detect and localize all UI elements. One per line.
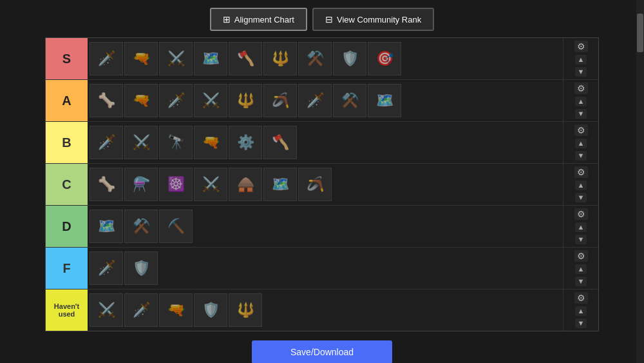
item-slot-C-4[interactable]: 🛖 [229, 168, 262, 201]
item-slot-C-6[interactable]: 🪃 [298, 168, 332, 201]
up-button-C[interactable]: ▲ [575, 181, 587, 190]
weapon-icon-haventused-2: 🔫 [162, 296, 190, 324]
tier-label-S: S [46, 38, 88, 79]
item-slot-A-6[interactable]: 🗡️ [298, 84, 332, 117]
weapon-icon-haventused-4: 🔱 [231, 296, 260, 324]
item-slot-haventused-4[interactable]: 🔱 [229, 293, 262, 327]
community-rank-button[interactable]: ⊟ View Community Rank [312, 8, 434, 31]
item-slot-S-6[interactable]: ⚒️ [298, 42, 332, 75]
item-slot-B-0[interactable]: 🗡️ [90, 126, 123, 159]
weapon-icon-B-4: ⚙️ [231, 128, 260, 157]
item-slot-D-0[interactable]: 🗺️ [90, 210, 123, 243]
up-button-haventused[interactable]: ▲ [575, 306, 587, 316]
gear-button-C[interactable]: ⚙ [574, 166, 588, 178]
item-slot-A-0[interactable]: 🦴 [90, 84, 123, 117]
tier-label-haventused: Haven't used [46, 289, 88, 331]
scrollbar[interactable] [636, 0, 644, 363]
weapon-icon-S-1: 🔫 [127, 44, 155, 73]
weapon-icon-B-0: 🗡️ [92, 128, 120, 157]
item-slot-D-1[interactable]: ⚒️ [124, 210, 158, 243]
item-slot-A-4[interactable]: 🔱 [229, 84, 262, 117]
weapon-icon-D-2: ⛏️ [162, 212, 190, 240]
item-slot-S-3[interactable]: 🗺️ [194, 42, 227, 75]
item-slot-S-2[interactable]: ⚔️ [159, 42, 193, 75]
item-slot-A-3[interactable]: ⚔️ [194, 84, 227, 117]
gear-button-A[interactable]: ⚙ [574, 83, 588, 94]
item-slot-A-1[interactable]: 🔫 [124, 84, 158, 117]
item-slot-haventused-2[interactable]: 🔫 [159, 293, 193, 327]
item-slot-F-0[interactable]: 🗡️ [90, 251, 123, 285]
up-button-D[interactable]: ▲ [575, 222, 587, 232]
down-button-haventused[interactable]: ▼ [575, 319, 587, 328]
gear-button-B[interactable]: ⚙ [574, 124, 588, 136]
down-button-S[interactable]: ▼ [575, 67, 587, 77]
weapon-icon-S-7: 🛡️ [336, 44, 364, 73]
item-slot-S-7[interactable]: 🛡️ [333, 42, 366, 75]
alignment-chart-label: Alignment Chart [234, 15, 294, 25]
item-slot-S-8[interactable]: 🎯 [368, 42, 401, 75]
alignment-chart-button[interactable]: ⊞ Alignment Chart [210, 8, 307, 31]
up-button-A[interactable]: ▲ [575, 97, 587, 106]
tier-items-A: 🦴🔫🗡️⚔️🔱🪃🗡️⚒️🗺️ [88, 80, 563, 121]
tier-row-C: C🦴⚗️☸️⚔️🛖🗺️🪃⚙▲▼ [46, 164, 598, 206]
down-button-A[interactable]: ▼ [575, 109, 587, 119]
item-slot-A-2[interactable]: 🗡️ [159, 84, 193, 117]
bottom-area: Save/Download Presentation Mode Reset Ch… [0, 340, 644, 363]
up-button-F[interactable]: ▲ [575, 264, 587, 274]
item-slot-S-1[interactable]: 🔫 [124, 42, 158, 75]
weapon-icon-S-6: ⚒️ [301, 44, 329, 73]
down-button-B[interactable]: ▼ [575, 151, 587, 161]
item-slot-C-3[interactable]: ⚔️ [194, 168, 227, 201]
down-button-C[interactable]: ▼ [575, 193, 587, 202]
gear-button-haventused[interactable]: ⚙ [574, 292, 588, 304]
gear-button-D[interactable]: ⚙ [574, 208, 588, 220]
item-slot-A-8[interactable]: 🗺️ [368, 84, 401, 117]
weapon-icon-A-1: 🔫 [127, 86, 155, 115]
tier-row-haventused: Haven't used⚔️🗡️🔫🛡️🔱⚙▲▼ [46, 289, 598, 331]
up-button-S[interactable]: ▲ [575, 55, 587, 64]
gear-button-F[interactable]: ⚙ [574, 250, 588, 262]
tier-items-S: 🗡️🔫⚔️🗺️🪓🔱⚒️🛡️🎯 [88, 38, 563, 79]
weapon-icon-S-2: ⚔️ [162, 44, 190, 73]
item-slot-A-7[interactable]: ⚒️ [333, 84, 366, 117]
weapon-icon-B-1: ⚔️ [127, 128, 155, 157]
item-slot-haventused-3[interactable]: 🛡️ [194, 293, 227, 327]
weapon-icon-A-4: 🔱 [231, 86, 260, 115]
weapon-icon-A-2: 🗡️ [162, 86, 190, 115]
item-slot-C-0[interactable]: 🦴 [90, 168, 123, 201]
scrollbar-thumb[interactable] [637, 14, 643, 52]
save-download-button[interactable]: Save/Download [252, 340, 392, 363]
tier-label-A: A [46, 80, 88, 121]
item-slot-C-5[interactable]: 🗺️ [263, 168, 297, 201]
weapon-icon-C-2: ☸️ [162, 170, 190, 199]
item-slot-B-2[interactable]: 🔭 [159, 126, 193, 159]
item-slot-C-2[interactable]: ☸️ [159, 168, 193, 201]
weapon-icon-B-2: 🔭 [162, 128, 190, 157]
down-button-D[interactable]: ▼ [575, 235, 587, 244]
item-slot-S-0[interactable]: 🗡️ [90, 42, 123, 75]
gear-button-S[interactable]: ⚙ [574, 41, 588, 52]
weapon-icon-A-7: ⚒️ [336, 86, 364, 115]
tier-label-F: F [46, 248, 88, 289]
item-slot-B-5[interactable]: 🪓 [263, 126, 297, 159]
weapon-icon-C-0: 🦴 [92, 170, 120, 199]
item-slot-F-1[interactable]: 🛡️ [124, 251, 158, 285]
item-slot-A-5[interactable]: 🪃 [263, 84, 297, 117]
tier-list: S🗡️🔫⚔️🗺️🪓🔱⚒️🛡️🎯⚙▲▼A🦴🔫🗡️⚔️🔱🪃🗡️⚒️🗺️⚙▲▼B🗡️⚔… [45, 37, 599, 331]
item-slot-haventused-1[interactable]: 🗡️ [124, 293, 158, 327]
down-button-F[interactable]: ▼ [575, 277, 587, 286]
tier-controls-C: ⚙▲▼ [563, 164, 598, 205]
weapon-icon-A-3: ⚔️ [196, 86, 225, 115]
item-slot-S-5[interactable]: 🔱 [263, 42, 297, 75]
item-slot-B-4[interactable]: ⚙️ [229, 126, 262, 159]
item-slot-C-1[interactable]: ⚗️ [124, 168, 158, 201]
item-slot-haventused-0[interactable]: ⚔️ [90, 293, 123, 327]
item-slot-B-3[interactable]: 🔫 [194, 126, 227, 159]
item-slot-D-2[interactable]: ⛏️ [159, 210, 193, 243]
item-slot-B-1[interactable]: ⚔️ [124, 126, 158, 159]
weapon-icon-C-6: 🪃 [301, 170, 329, 199]
weapon-icon-A-0: 🦴 [92, 86, 120, 115]
tier-controls-haventused: ⚙▲▼ [563, 289, 598, 331]
item-slot-S-4[interactable]: 🪓 [229, 42, 262, 75]
up-button-B[interactable]: ▲ [575, 139, 587, 148]
